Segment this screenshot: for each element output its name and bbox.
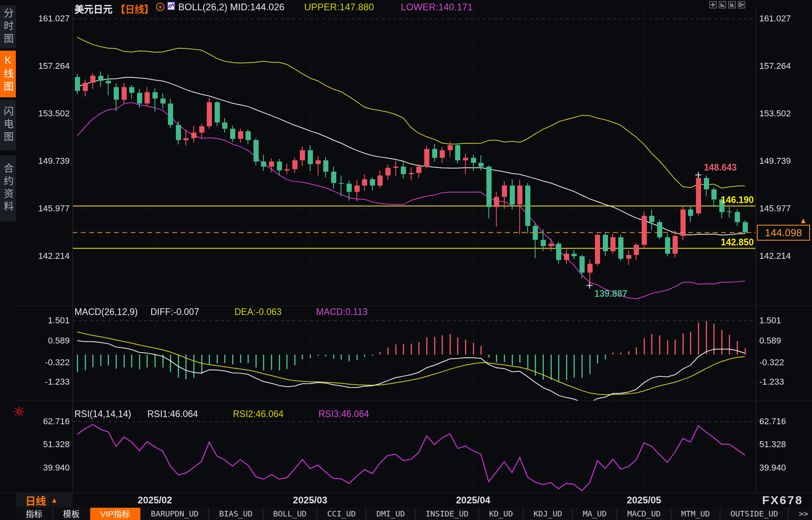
sidebar-item-flash-chart[interactable]: 闪电图: [0, 100, 16, 150]
macd-params: MACD(26,12,9): [74, 307, 138, 317]
x-axis-month: 2025/04: [456, 495, 490, 506]
axis-tick: 161.027: [759, 14, 791, 23]
period-dropdown-icon: ▲: [51, 496, 58, 505]
axis-tick: 39.940: [23, 463, 70, 473]
boll-mid-readout: BOLL(26,2) MID:144.026: [178, 2, 284, 12]
tab-cci-ud[interactable]: CCI_UD: [317, 508, 366, 520]
indicator-tab-bar: 指标 模板 VIP指标 BARUPDN_UD BIAS_UD BOLL_UD C…: [16, 508, 812, 520]
period-selector-label: 日线: [25, 493, 46, 508]
tab-more[interactable]: >>: [789, 508, 812, 520]
sidebar-item-candle-chart[interactable]: K线图: [0, 51, 16, 97]
axis-tick: 1.501: [759, 316, 781, 325]
axis-play-icon[interactable]: [728, 1, 736, 8]
tab-bias-ud[interactable]: BIAS_UD: [209, 508, 263, 520]
sidebar-item-time-chart[interactable]: 分时图: [0, 6, 16, 48]
axis-tick: 1.501: [23, 316, 70, 325]
axis-tick: 0.589: [23, 336, 70, 345]
chart-toolbar: [709, 1, 745, 8]
axis-tick: 51.328: [23, 440, 70, 449]
axis-tick: 149.739: [23, 156, 70, 166]
tab-macd-ud[interactable]: MACD_UD: [617, 508, 671, 520]
price-chart-canvas[interactable]: [0, 0, 812, 520]
resistance-level-label: 146.190: [721, 195, 754, 205]
brand-watermark: FX678: [762, 493, 803, 507]
rsi2-readout: RSI2:46.064: [233, 409, 284, 419]
tab-templates[interactable]: 模板: [53, 508, 90, 520]
rsi3-readout: RSI3:46.064: [318, 409, 369, 419]
symbol-title: 美元日元: [74, 2, 112, 12]
axis-tick: 142.214: [759, 251, 791, 261]
tab-ma-ud[interactable]: MA_UD: [573, 508, 617, 520]
rsi-params: RSI(14,14,14): [74, 409, 131, 419]
axis-tick: 153.502: [759, 109, 791, 118]
support-level-label: 142.850: [721, 237, 754, 248]
tab-mtm-ud[interactable]: MTM_UD: [671, 508, 721, 520]
axis-tick: 157.264: [23, 61, 70, 71]
axis-tick: 153.502: [23, 109, 70, 118]
tab-inside-ud[interactable]: INSIDE_UD: [416, 508, 479, 520]
axis-tick: 39.940: [759, 463, 786, 473]
tab-kdj-ud[interactable]: KDJ_UD: [524, 508, 573, 520]
macd-dea-readout: DEA:-0.063: [234, 307, 282, 317]
price-up-arrow-icon: ▲: [799, 216, 807, 225]
boll-lower-readout: LOWER:140.171: [401, 2, 473, 12]
axis-zoom-icon[interactable]: [719, 1, 726, 8]
tab-barupdn-ud[interactable]: BARUPDN_UD: [141, 508, 209, 520]
axis-tick: 157.264: [759, 61, 791, 71]
axis-tick: 142.214: [23, 251, 70, 261]
swing-low-annotation: 139.887: [595, 288, 627, 299]
axis-tick: 62.716: [759, 417, 786, 426]
axis-tick: 145.977: [759, 204, 791, 213]
boll-upper-readout: UPPER:147.880: [304, 2, 374, 12]
x-axis-month: 2025/02: [138, 495, 172, 506]
last-price-tag: 144.098: [757, 225, 810, 241]
period-selector[interactable]: 日线 ▲: [16, 493, 72, 507]
pan-move-icon[interactable]: [709, 1, 717, 8]
macd-diff-readout: DIFF:-0.007: [151, 307, 199, 317]
tab-boll-ud[interactable]: BOLL_UD: [263, 508, 317, 520]
tab-kd-ud[interactable]: KD_UD: [479, 508, 524, 520]
tab-indicators[interactable]: 指标: [16, 508, 53, 520]
period-tag: 【日线】: [116, 2, 154, 12]
axis-tick: 51.328: [759, 440, 786, 449]
axis-tick: -0.322: [23, 358, 70, 367]
tab-outside-ud[interactable]: OUTSIDE_UD: [721, 508, 789, 520]
axis-tick: 145.977: [23, 204, 70, 213]
axis-tick: -1.233: [23, 377, 70, 387]
axis-tick: -0.322: [759, 358, 784, 367]
axis-tick: 62.716: [23, 417, 70, 426]
x-axis-month: 2025/05: [627, 495, 661, 506]
trading-terminal-window: 分时图 K线图 闪电图 合约资料 美元日元 【日线】 + BOLL(26,2) …: [0, 0, 812, 520]
x-axis-month: 2025/03: [293, 495, 328, 506]
axis-tick: -1.233: [759, 377, 784, 387]
macd-hist-readout: MACD:0.113: [316, 307, 368, 317]
axis-tick: 161.027: [23, 14, 70, 23]
axis-tick: 149.739: [759, 156, 791, 166]
tab-vip-indicators[interactable]: VIP指标: [90, 508, 141, 520]
rsi1-readout: RSI1:46.064: [147, 409, 198, 419]
tab-dmi-ud[interactable]: DMI_UD: [366, 508, 416, 520]
sidebar-item-contract-info[interactable]: 合约资料: [0, 155, 16, 222]
axis-shift-icon[interactable]: [738, 1, 745, 8]
add-indicator-icon[interactable]: +: [156, 3, 164, 11]
swing-high-annotation: 148.643: [704, 162, 737, 173]
axis-tick: 0.589: [759, 336, 781, 345]
mini-chart-icon[interactable]: [167, 2, 175, 12]
